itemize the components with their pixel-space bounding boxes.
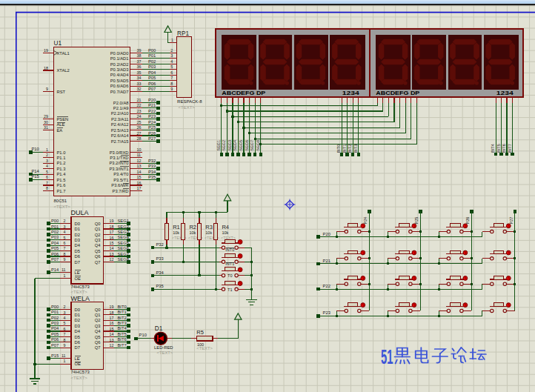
svg-text:P24: P24: [148, 120, 156, 124]
svg-text:BIT5: BIT5: [496, 144, 501, 153]
svg-text:SEG3: SEG3: [227, 140, 232, 151]
svg-text:LE: LE: [75, 356, 80, 361]
svg-text:17: 17: [137, 186, 142, 190]
svg-text:34: 34: [137, 76, 142, 80]
svg-text:2: 2: [64, 305, 66, 309]
svg-text:Q2: Q2: [95, 318, 101, 322]
svg-text:4: 4: [64, 316, 66, 320]
svg-text:Q3: Q3: [95, 238, 101, 242]
svg-text:22: 22: [137, 103, 142, 107]
svg-text:13: 13: [110, 252, 114, 256]
svg-text:P27: P27: [148, 136, 156, 141]
svg-text:R2: R2: [189, 224, 196, 230]
svg-text:P10: P10: [139, 333, 147, 337]
svg-text:P06: P06: [148, 82, 156, 86]
svg-text:P32: P32: [156, 242, 164, 247]
svg-text:SEG7: SEG7: [118, 252, 129, 256]
svg-text:8: 8: [64, 252, 66, 256]
svg-text:SEG2: SEG2: [222, 140, 226, 151]
svg-text:D4: D4: [75, 243, 81, 248]
svg-text:6: 6: [64, 241, 66, 245]
svg-text:P2.2/A10: P2.2/A10: [111, 111, 129, 116]
svg-text:Q1: Q1: [95, 313, 101, 317]
svg-text:12: 12: [110, 343, 114, 348]
svg-text:SEG6: SEG6: [245, 140, 249, 151]
svg-text:6: 6: [170, 70, 173, 75]
svg-text:BIT3: BIT3: [353, 144, 358, 153]
svg-text:P3.2/INT0: P3.2/INT0: [109, 161, 128, 165]
svg-text:P0.5/AD5: P0.5/AD5: [110, 79, 129, 83]
svg-text:LED-RED: LED-RED: [154, 345, 173, 350]
svg-text:P04: P04: [148, 70, 156, 75]
svg-text:11: 11: [62, 353, 66, 358]
svg-text:15: 15: [110, 327, 114, 331]
svg-text:P02: P02: [148, 59, 156, 64]
svg-text:P00: P00: [51, 219, 59, 223]
svg-text:Q7: Q7: [95, 260, 101, 265]
svg-text:12: 12: [110, 257, 114, 262]
svg-text:30: 30: [44, 120, 48, 124]
svg-text:1234: 1234: [496, 90, 514, 96]
svg-text:D5: D5: [75, 335, 80, 339]
svg-text:P1.6: P1.6: [57, 183, 66, 187]
svg-text:11: 11: [137, 153, 142, 157]
svg-text:P23: P23: [148, 114, 156, 119]
svg-text:Q6: Q6: [95, 340, 101, 345]
svg-text:BIT7: BIT7: [118, 343, 127, 348]
svg-text:BIT1: BIT1: [342, 144, 347, 153]
svg-text:9: 9: [64, 343, 66, 348]
svg-text:7: 7: [64, 246, 66, 250]
svg-text:2: 2: [64, 219, 66, 223]
svg-text:19: 19: [44, 48, 48, 53]
svg-text:1: 1: [171, 38, 173, 42]
svg-text:P26: P26: [148, 131, 156, 136]
svg-text:39: 39: [137, 48, 142, 53]
svg-text:D1: D1: [75, 227, 80, 231]
svg-text:14: 14: [110, 246, 114, 250]
svg-text:P22: P22: [323, 284, 330, 288]
svg-text:10k: 10k: [222, 230, 228, 235]
svg-text:8: 8: [46, 186, 48, 190]
svg-text:<TEXT>: <TEXT>: [157, 351, 173, 355]
svg-text:BIT6: BIT6: [502, 144, 506, 153]
svg-text:SEG5: SEG5: [239, 140, 243, 151]
svg-text:BIT1: BIT1: [118, 310, 127, 314]
svg-text:P3.0/RXD: P3.0/RXD: [110, 150, 129, 155]
svg-text:P07: P07: [51, 343, 59, 348]
svg-text:P25: P25: [414, 217, 419, 225]
svg-text:P2.3/A11: P2.3/A11: [111, 117, 128, 122]
svg-text:28: 28: [137, 136, 142, 141]
svg-text:5: 5: [46, 170, 48, 174]
svg-text:P33: P33: [156, 256, 164, 261]
svg-text:RST: RST: [57, 90, 66, 94]
svg-text:R5: R5: [196, 329, 204, 336]
svg-text:10k: 10k: [189, 230, 196, 235]
svg-text:7: 7: [170, 76, 173, 80]
svg-text:Q5: Q5: [95, 249, 101, 253]
svg-text:P22: P22: [148, 109, 156, 113]
svg-text:P0.7/AD7: P0.7/AD7: [110, 90, 129, 94]
svg-text:4: 4: [64, 230, 66, 234]
svg-text:10k: 10k: [173, 230, 179, 235]
svg-text:<TEXT>: <TEXT>: [179, 105, 196, 110]
svg-text:12: 12: [137, 159, 142, 163]
svg-text:D3: D3: [75, 324, 80, 328]
svg-text:4: 4: [170, 59, 173, 64]
svg-text:1234: 1234: [342, 90, 360, 96]
svg-text:ABCDEFG DP: ABCDEFG DP: [222, 90, 266, 96]
svg-text:P02: P02: [51, 316, 59, 320]
svg-text:P06: P06: [51, 252, 59, 256]
svg-text:P15: P15: [51, 353, 59, 358]
svg-text:D5: D5: [75, 249, 80, 253]
svg-text:Q5: Q5: [95, 335, 101, 339]
svg-text:32: 32: [137, 87, 142, 91]
svg-text:P02: P02: [51, 230, 59, 234]
svg-text:33: 33: [137, 82, 142, 86]
svg-text:P3.3/INT1: P3.3/INT1: [109, 167, 128, 171]
svg-text:DULA: DULA: [71, 209, 89, 216]
svg-text:ALE: ALE: [57, 122, 65, 127]
svg-text:P34: P34: [148, 170, 156, 174]
svg-text:25: 25: [137, 120, 142, 124]
svg-text:BIT0: BIT0: [336, 144, 341, 153]
svg-text:D1: D1: [75, 313, 80, 317]
